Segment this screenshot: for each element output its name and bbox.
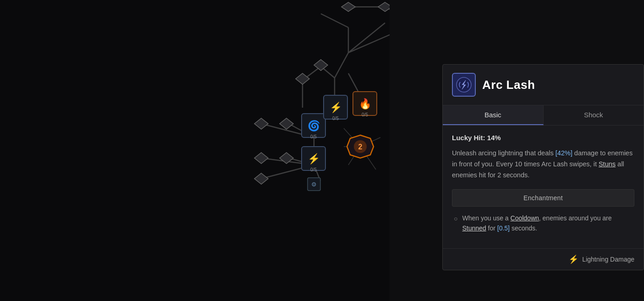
lightning-damage-icon: ⚡ [568,254,578,264]
svg-rect-0 [0,0,390,301]
skill-node-swirl[interactable]: 🌀 0/5 [302,114,325,139]
svg-text:🌀: 🌀 [308,120,320,132]
stunned-link: Stunned [462,224,486,232]
svg-text:0/5: 0/5 [310,134,317,139]
svg-text:⚡: ⚡ [308,153,320,165]
enchantment-list: When you use a Cooldown, enemies around … [452,213,634,234]
skill-description: Unleash arcing lightning that deals [42%… [452,148,634,181]
damage-value: [42%] [556,149,572,157]
svg-text:2: 2 [358,143,363,151]
enchantment-item: When you use a Cooldown, enemies around … [454,213,633,234]
tab-basic[interactable]: Basic [443,105,544,125]
svg-text:🔥: 🔥 [359,98,372,110]
skill-icon [452,73,476,97]
lucky-hit-label: Lucky Hit: [452,134,485,142]
footer-tag-label: Lightning Damage [582,256,634,263]
stuns-link: Stuns [599,160,616,168]
skill-title: Arc Lash [482,78,535,92]
skill-node-wind[interactable]: ⚡ 0/5 [302,147,325,172]
svg-text:0/5: 0/5 [362,112,368,117]
panel-header: Arc Lash [443,65,644,105]
tab-shock[interactable]: Shock [544,105,644,125]
skill-tree: ⚡ 0/5 🔥 0/5 ⚡ 0/5 ⚡ 0/5 ◎ [0,0,390,301]
info-panel: Arc Lash Basic Shock Lucky Hit: 14% Unle… [442,64,644,270]
svg-text:⚡: ⚡ [330,101,342,114]
panel-tabs: Basic Shock [443,105,644,126]
svg-text:⚙: ⚙ [311,181,317,188]
enchantment-text: When you use a Cooldown, enemies around … [462,213,633,234]
skill-node-rune[interactable]: ⚙ [308,178,320,191]
svg-text:0/5: 0/5 [310,167,317,172]
enchantment-label: Enchantment [452,189,634,207]
skill-node-arc-top[interactable]: ⚡ 0/5 [324,95,347,121]
panel-body: Lucky Hit: 14% Unleash arcing lightning … [443,126,644,248]
duration-value: [0.5] [497,224,510,232]
cooldown-link: Cooldown [511,214,539,222]
svg-text:0/5: 0/5 [332,116,339,121]
footer-tag: ⚡ Lightning Damage [568,254,634,264]
skill-node-fire[interactable]: 🔥 0/5 [353,92,377,117]
panel-footer: ⚡ Lightning Damage [443,248,644,270]
lucky-hit-value: 14% [487,134,501,142]
lucky-hit: Lucky Hit: 14% [452,134,634,142]
